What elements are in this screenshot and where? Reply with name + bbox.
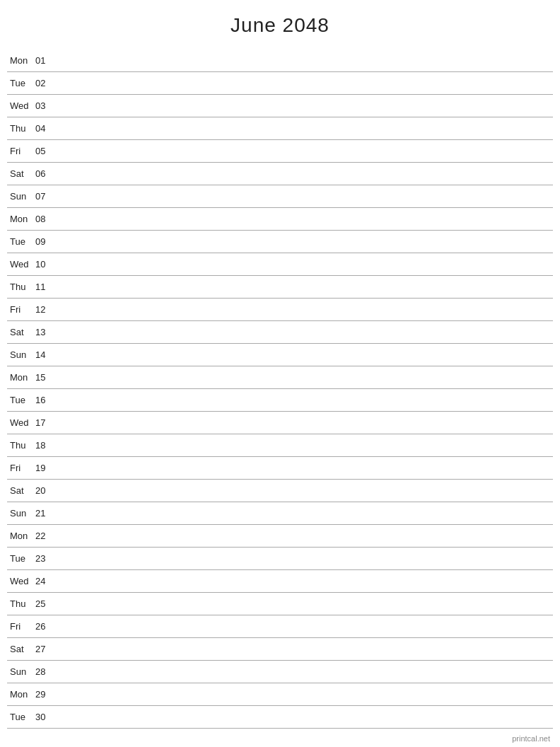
day-line [57, 173, 553, 174]
day-row: Mon15 [7, 366, 553, 389]
day-name: Tue [7, 712, 35, 722]
day-number: 06 [35, 168, 57, 179]
day-row: Mon22 [7, 525, 553, 548]
day-name: Sat [7, 485, 35, 496]
day-row: Fri12 [7, 299, 553, 321]
day-name: Sat [7, 168, 35, 179]
day-line [57, 422, 553, 423]
day-number: 30 [35, 712, 57, 722]
day-number: 03 [35, 100, 57, 111]
day-name: Thu [7, 440, 35, 451]
day-number: 15 [35, 372, 57, 383]
day-number: 17 [35, 417, 57, 428]
day-row: Tue02 [7, 72, 553, 95]
day-line [57, 105, 553, 106]
day-name: Fri [7, 304, 35, 315]
day-line [57, 354, 553, 355]
day-line [57, 581, 553, 581]
day-row: Tue16 [7, 389, 553, 412]
day-line [57, 309, 553, 310]
day-line [57, 603, 553, 604]
day-number: 26 [35, 621, 57, 632]
day-name: Wed [7, 576, 35, 586]
day-row: Fri26 [7, 615, 553, 638]
day-number: 25 [35, 598, 57, 609]
day-number: 23 [35, 553, 57, 564]
day-number: 18 [35, 440, 57, 451]
day-name: Wed [7, 259, 35, 270]
day-name: Wed [7, 100, 35, 111]
day-row: Mon08 [7, 208, 553, 231]
day-name: Fri [7, 463, 35, 473]
day-line [57, 219, 553, 219]
day-row: Thu18 [7, 434, 553, 457]
day-number: 28 [35, 666, 57, 677]
day-name: Sun [7, 508, 35, 519]
day-line [57, 535, 553, 536]
page-title: June 2048 [7, 14, 553, 37]
day-line [57, 332, 553, 332]
day-line [57, 513, 553, 514]
day-name: Sat [7, 644, 35, 654]
day-line [57, 490, 553, 491]
day-row: Sun14 [7, 344, 553, 366]
day-name: Mon [7, 372, 35, 383]
day-number: 20 [35, 485, 57, 496]
day-line [57, 60, 553, 61]
day-name: Sun [7, 349, 35, 360]
day-number: 21 [35, 508, 57, 519]
day-row: Fri19 [7, 457, 553, 480]
day-line [57, 445, 553, 446]
day-name: Thu [7, 598, 35, 609]
day-row: Thu11 [7, 276, 553, 299]
day-row: Mon29 [7, 683, 553, 706]
day-number: 07 [35, 191, 57, 202]
day-number: 02 [35, 78, 57, 88]
day-row: Sat20 [7, 480, 553, 502]
day-line [57, 671, 553, 672]
day-name: Fri [7, 146, 35, 156]
day-name: Mon [7, 55, 35, 66]
day-line [57, 400, 553, 400]
day-number: 29 [35, 689, 57, 700]
day-name: Mon [7, 531, 35, 541]
day-row: Sun21 [7, 502, 553, 525]
day-line [57, 377, 553, 378]
footer-text: printcal.net [512, 734, 550, 743]
day-row: Sun28 [7, 661, 553, 683]
day-number: 10 [35, 259, 57, 270]
day-row: Mon01 [7, 50, 553, 72]
day-line [57, 468, 553, 468]
day-name: Wed [7, 417, 35, 428]
day-number: 14 [35, 349, 57, 360]
day-line [57, 649, 553, 649]
day-row: Sat27 [7, 638, 553, 661]
day-name: Mon [7, 689, 35, 700]
day-number: 12 [35, 304, 57, 315]
day-name: Thu [7, 123, 35, 134]
day-number: 19 [35, 463, 57, 473]
day-line [57, 264, 553, 265]
day-line [57, 694, 553, 695]
day-row: Wed17 [7, 412, 553, 434]
day-row: Sat06 [7, 163, 553, 185]
day-row: Tue30 [7, 706, 553, 729]
day-row: Thu04 [7, 117, 553, 140]
day-line [57, 626, 553, 627]
day-row: Sun07 [7, 185, 553, 208]
calendar-rows: Mon01Tue02Wed03Thu04Fri05Sat06Sun07Mon08… [7, 50, 553, 729]
day-number: 08 [35, 214, 57, 224]
day-line [57, 241, 553, 242]
day-line [57, 286, 553, 287]
day-row: Tue23 [7, 548, 553, 570]
day-row: Tue09 [7, 231, 553, 253]
day-number: 16 [35, 395, 57, 405]
day-row: Thu25 [7, 593, 553, 615]
day-name: Tue [7, 236, 35, 247]
day-number: 13 [35, 327, 57, 337]
day-number: 09 [35, 236, 57, 247]
day-name: Mon [7, 214, 35, 224]
day-name: Sun [7, 191, 35, 202]
day-name: Sun [7, 666, 35, 677]
day-line [57, 128, 553, 129]
